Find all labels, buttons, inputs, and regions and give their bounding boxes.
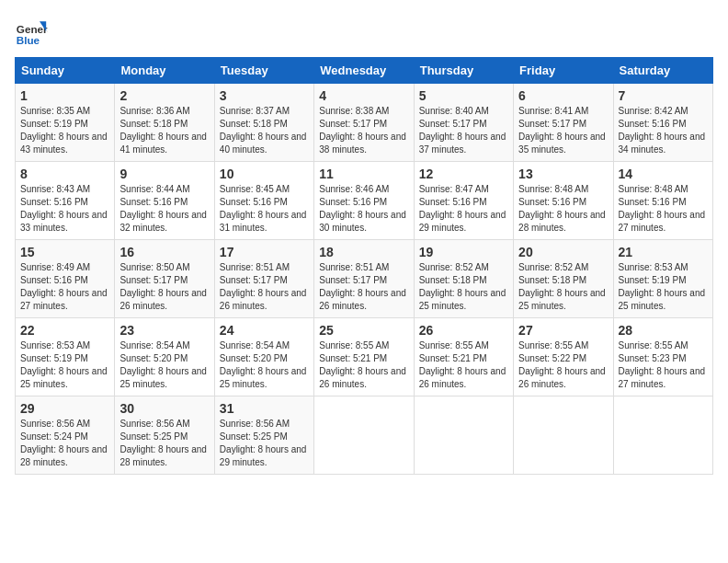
day-number: 21 (619, 245, 708, 259)
day-number: 4 (319, 88, 408, 103)
calendar-cell: 10 Sunrise: 8:45 AMSunset: 5:16 PMDaylig… (214, 162, 313, 240)
day-number: 18 (319, 245, 408, 259)
day-detail: Sunrise: 8:55 AMSunset: 5:21 PMDaylight:… (419, 340, 506, 389)
calendar-week-row: 15 Sunrise: 8:49 AMSunset: 5:16 PMDaylig… (16, 240, 713, 318)
day-detail: Sunrise: 8:55 AMSunset: 5:21 PMDaylight:… (319, 340, 406, 389)
calendar-cell: 4 Sunrise: 8:38 AMSunset: 5:17 PMDayligh… (314, 84, 414, 162)
weekday-header-tuesday: Tuesday (214, 58, 313, 84)
day-detail: Sunrise: 8:36 AMSunset: 5:18 PMDaylight:… (119, 106, 207, 155)
day-detail: Sunrise: 8:55 AMSunset: 5:22 PMDaylight:… (518, 340, 606, 389)
logo: General Blue (15, 15, 51, 48)
calendar-cell: 31 Sunrise: 8:56 AMSunset: 5:25 PMDaylig… (214, 396, 313, 475)
day-number: 11 (319, 167, 408, 181)
day-detail: Sunrise: 8:42 AMSunset: 5:16 PMDaylight:… (619, 106, 706, 155)
calendar-cell: 6 Sunrise: 8:41 AMSunset: 5:17 PMDayligh… (514, 84, 613, 162)
day-number: 2 (119, 88, 209, 103)
day-detail: Sunrise: 8:49 AMSunset: 5:16 PMDaylight:… (20, 262, 108, 311)
calendar-cell (414, 396, 513, 475)
calendar-cell: 30 Sunrise: 8:56 AMSunset: 5:25 PMDaylig… (115, 396, 214, 475)
day-number: 28 (619, 323, 708, 338)
weekday-header-friday: Friday (514, 58, 613, 84)
day-number: 19 (419, 245, 508, 259)
calendar-cell: 7 Sunrise: 8:42 AMSunset: 5:16 PMDayligh… (613, 84, 712, 162)
day-number: 17 (220, 245, 309, 259)
day-number: 5 (419, 88, 508, 103)
day-number: 6 (518, 88, 608, 103)
day-number: 9 (119, 167, 209, 181)
day-number: 3 (220, 88, 309, 103)
day-detail: Sunrise: 8:54 AMSunset: 5:20 PMDaylight:… (220, 340, 307, 389)
day-detail: Sunrise: 8:50 AMSunset: 5:17 PMDaylight:… (119, 262, 207, 311)
weekday-header-row: SundayMondayTuesdayWednesdayThursdayFrid… (16, 58, 713, 84)
day-detail: Sunrise: 8:44 AMSunset: 5:16 PMDaylight:… (119, 184, 207, 233)
calendar-cell (613, 396, 712, 475)
calendar-cell: 13 Sunrise: 8:48 AMSunset: 5:16 PMDaylig… (514, 162, 613, 240)
calendar-cell: 9 Sunrise: 8:44 AMSunset: 5:16 PMDayligh… (115, 162, 214, 240)
day-number: 27 (518, 323, 608, 338)
day-number: 12 (419, 167, 508, 181)
calendar-cell: 20 Sunrise: 8:52 AMSunset: 5:18 PMDaylig… (514, 240, 613, 318)
calendar-cell: 21 Sunrise: 8:53 AMSunset: 5:19 PMDaylig… (613, 240, 712, 318)
calendar-cell: 22 Sunrise: 8:53 AMSunset: 5:19 PMDaylig… (16, 318, 115, 396)
day-detail: Sunrise: 8:46 AMSunset: 5:16 PMDaylight:… (319, 184, 406, 233)
calendar-cell: 3 Sunrise: 8:37 AMSunset: 5:18 PMDayligh… (214, 84, 313, 162)
calendar-cell: 29 Sunrise: 8:56 AMSunset: 5:24 PMDaylig… (16, 396, 115, 475)
day-number: 29 (20, 401, 109, 416)
day-number: 1 (20, 88, 109, 103)
day-detail: Sunrise: 8:41 AMSunset: 5:17 PMDaylight:… (518, 106, 606, 155)
day-number: 25 (319, 323, 408, 338)
day-detail: Sunrise: 8:55 AMSunset: 5:23 PMDaylight:… (619, 340, 706, 389)
weekday-header-saturday: Saturday (613, 58, 712, 84)
calendar-cell: 11 Sunrise: 8:46 AMSunset: 5:16 PMDaylig… (314, 162, 414, 240)
calendar-cell: 23 Sunrise: 8:54 AMSunset: 5:20 PMDaylig… (115, 318, 214, 396)
day-detail: Sunrise: 8:48 AMSunset: 5:16 PMDaylight:… (619, 184, 706, 233)
day-number: 13 (518, 167, 608, 181)
calendar-cell: 18 Sunrise: 8:51 AMSunset: 5:17 PMDaylig… (314, 240, 414, 318)
day-detail: Sunrise: 8:47 AMSunset: 5:16 PMDaylight:… (419, 184, 506, 233)
day-detail: Sunrise: 8:51 AMSunset: 5:17 PMDaylight:… (319, 262, 406, 311)
weekday-header-sunday: Sunday (16, 58, 115, 84)
day-detail: Sunrise: 8:48 AMSunset: 5:16 PMDaylight:… (518, 184, 606, 233)
calendar-cell: 25 Sunrise: 8:55 AMSunset: 5:21 PMDaylig… (314, 318, 414, 396)
day-number: 16 (119, 245, 209, 259)
calendar-cell: 15 Sunrise: 8:49 AMSunset: 5:16 PMDaylig… (16, 240, 115, 318)
calendar-week-row: 8 Sunrise: 8:43 AMSunset: 5:16 PMDayligh… (16, 162, 713, 240)
calendar-cell: 5 Sunrise: 8:40 AMSunset: 5:17 PMDayligh… (414, 84, 513, 162)
calendar-week-row: 22 Sunrise: 8:53 AMSunset: 5:19 PMDaylig… (16, 318, 713, 396)
day-number: 22 (20, 323, 109, 338)
day-number: 26 (419, 323, 508, 338)
page-header: General Blue (15, 15, 713, 48)
day-detail: Sunrise: 8:56 AMSunset: 5:25 PMDaylight:… (220, 419, 307, 467)
day-number: 23 (119, 323, 209, 338)
day-number: 14 (619, 167, 708, 181)
calendar-cell: 16 Sunrise: 8:50 AMSunset: 5:17 PMDaylig… (115, 240, 214, 318)
calendar-cell: 17 Sunrise: 8:51 AMSunset: 5:17 PMDaylig… (214, 240, 313, 318)
day-detail: Sunrise: 8:51 AMSunset: 5:17 PMDaylight:… (220, 262, 307, 311)
day-detail: Sunrise: 8:53 AMSunset: 5:19 PMDaylight:… (619, 262, 706, 311)
svg-text:Blue: Blue (17, 34, 40, 46)
day-number: 31 (220, 401, 309, 416)
day-number: 30 (119, 401, 209, 416)
day-detail: Sunrise: 8:53 AMSunset: 5:19 PMDaylight:… (20, 340, 108, 389)
calendar-cell: 1 Sunrise: 8:35 AMSunset: 5:19 PMDayligh… (16, 84, 115, 162)
day-number: 20 (518, 245, 608, 259)
calendar-cell: 24 Sunrise: 8:54 AMSunset: 5:20 PMDaylig… (214, 318, 313, 396)
weekday-header-monday: Monday (115, 58, 214, 84)
calendar-cell: 26 Sunrise: 8:55 AMSunset: 5:21 PMDaylig… (414, 318, 513, 396)
day-number: 8 (20, 167, 109, 181)
day-detail: Sunrise: 8:56 AMSunset: 5:25 PMDaylight:… (119, 419, 207, 467)
calendar-cell (514, 396, 613, 475)
weekday-header-thursday: Thursday (414, 58, 513, 84)
calendar-cell: 19 Sunrise: 8:52 AMSunset: 5:18 PMDaylig… (414, 240, 513, 318)
day-number: 24 (220, 323, 309, 338)
day-detail: Sunrise: 8:43 AMSunset: 5:16 PMDaylight:… (20, 184, 108, 233)
day-number: 7 (619, 88, 708, 103)
calendar-cell (314, 396, 414, 475)
day-detail: Sunrise: 8:54 AMSunset: 5:20 PMDaylight:… (119, 340, 207, 389)
calendar-week-row: 1 Sunrise: 8:35 AMSunset: 5:19 PMDayligh… (16, 84, 713, 162)
calendar-week-row: 29 Sunrise: 8:56 AMSunset: 5:24 PMDaylig… (16, 396, 713, 475)
calendar-cell: 27 Sunrise: 8:55 AMSunset: 5:22 PMDaylig… (514, 318, 613, 396)
day-detail: Sunrise: 8:37 AMSunset: 5:18 PMDaylight:… (220, 106, 307, 155)
day-detail: Sunrise: 8:52 AMSunset: 5:18 PMDaylight:… (419, 262, 506, 311)
calendar-table: SundayMondayTuesdayWednesdayThursdayFrid… (15, 57, 713, 475)
